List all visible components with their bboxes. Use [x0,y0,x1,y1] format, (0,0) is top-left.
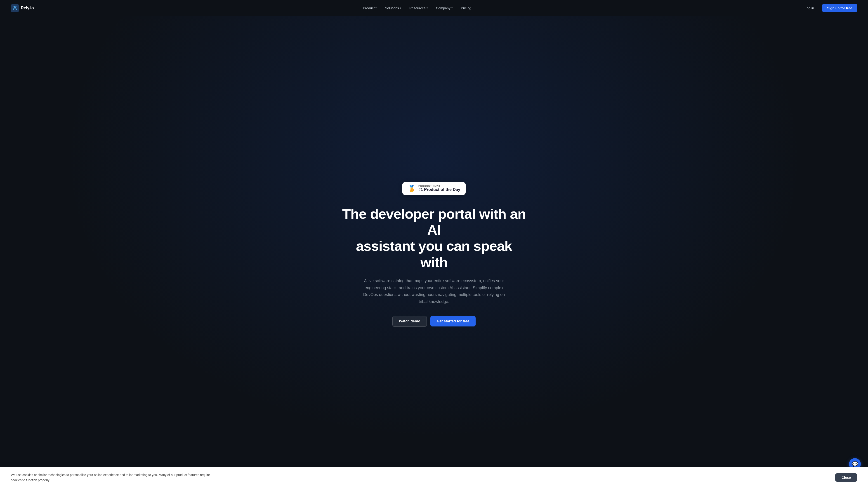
cookie-banner: We use cookies or similar technologies t… [0,467,868,488]
nav-item-company[interactable]: Company ▾ [433,4,456,12]
nav-links: Product ▾ Solutions ▾ Resources ▾ Compan… [360,4,474,12]
badge-title: #1 Product of the Day [418,187,460,192]
logo-text: Rely.io [21,6,34,10]
nav-actions: Log in Sign up for free [800,4,857,12]
nav-label-pricing: Pricing [461,6,471,10]
chevron-down-icon: ▾ [375,6,377,9]
medal-icon: 🏅 [408,185,416,192]
watch-demo-button[interactable]: Watch demo [393,316,427,327]
badge-label: PRODUCT HUNT [418,185,460,187]
signup-button[interactable]: Sign up for free [822,4,857,12]
logo[interactable]: Rely.io [11,4,34,12]
nav-label-company: Company [436,6,451,10]
chat-icon: 💬 [852,461,858,467]
cookie-text: We use cookies or similar technologies t… [11,473,214,483]
hero-subtext: A live software catalog that maps your e… [362,278,506,305]
nav-item-product[interactable]: Product ▾ [360,4,380,12]
hero-section: 🏅 PRODUCT HUNT #1 Product of the Day The… [0,16,868,488]
logo-icon [11,4,19,12]
badge-content: PRODUCT HUNT #1 Product of the Day [418,185,460,192]
hero-cta: Watch demo Get started for free [393,316,476,327]
close-cookie-button[interactable]: Close [835,473,857,482]
navbar: Rely.io Product ▾ Solutions ▾ Resources … [0,0,868,16]
get-started-button[interactable]: Get started for free [430,316,475,326]
nav-item-pricing[interactable]: Pricing [458,4,474,12]
chevron-down-icon: ▾ [452,6,453,9]
headline-line1: The developer portal with an AI [342,206,526,238]
chevron-down-icon: ▾ [427,6,428,9]
nav-item-solutions[interactable]: Solutions ▾ [382,4,404,12]
login-button[interactable]: Log in [800,4,818,12]
chevron-down-icon: ▾ [400,6,401,9]
nav-item-resources[interactable]: Resources ▾ [406,4,431,12]
hero-headline: The developer portal with an AI assistan… [341,206,527,270]
nav-label-resources: Resources [409,6,426,10]
product-hunt-badge[interactable]: 🏅 PRODUCT HUNT #1 Product of the Day [402,182,466,195]
nav-label-product: Product [363,6,375,10]
svg-rect-0 [11,4,19,12]
nav-label-solutions: Solutions [385,6,399,10]
headline-line2: assistant you can speak with [356,238,512,270]
